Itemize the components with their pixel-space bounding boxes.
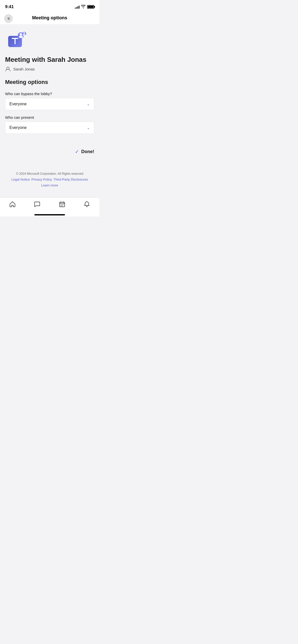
- home-indicator: [0, 213, 99, 216]
- svg-point-9: [23, 34, 26, 36]
- status-time: 9:41: [5, 4, 14, 9]
- done-section: ✓ Done!: [5, 139, 94, 162]
- privacy-policy-link[interactable]: Privacy Policy: [31, 178, 52, 181]
- svg-rect-15: [61, 206, 61, 206]
- status-icons: [75, 5, 94, 9]
- third-party-link[interactable]: Third-Party Disclosures: [53, 178, 88, 181]
- svg-rect-16: [62, 206, 63, 206]
- back-button[interactable]: [4, 14, 13, 23]
- bypass-lobby-chevron-icon: ⌄: [87, 102, 90, 106]
- svg-point-6: [19, 36, 23, 38]
- meeting-title: Meeting with Sarah Jonas: [5, 56, 94, 64]
- status-bar: 9:41: [0, 0, 99, 13]
- main-content: Meeting with Sarah Jonas Sarah Jonas Mee…: [0, 24, 99, 193]
- svg-rect-3: [15, 39, 16, 44]
- svg-rect-12: [61, 204, 61, 205]
- back-chevron-icon: [7, 17, 9, 20]
- done-check-icon: ✓: [75, 149, 79, 155]
- teams-logo: [5, 30, 94, 51]
- options-section-title: Meeting options: [5, 79, 94, 85]
- bell-icon: [84, 201, 90, 208]
- nav-header: Meeting options: [0, 13, 99, 24]
- svg-rect-13: [62, 204, 63, 205]
- done-label: Done!: [81, 149, 94, 154]
- person-icon: [5, 66, 11, 72]
- bypass-lobby-group: Who can bypass the lobby? Everyone ⌄: [5, 92, 94, 110]
- who-can-present-value: Everyone: [9, 125, 27, 130]
- nav-item-home[interactable]: [0, 201, 25, 208]
- home-icon: [9, 201, 16, 208]
- meeting-organizer: Sarah Jonas: [5, 66, 94, 72]
- organizer-name: Sarah Jonas: [13, 67, 35, 71]
- svg-rect-14: [63, 204, 64, 205]
- bypass-lobby-select[interactable]: Everyone ⌄: [5, 98, 94, 110]
- legal-notice-link[interactable]: Legal Notice: [11, 178, 30, 181]
- bottom-nav: [0, 198, 99, 213]
- wifi-icon: [81, 5, 86, 9]
- svg-point-8: [23, 32, 25, 34]
- who-can-present-label: Who can present: [5, 115, 94, 120]
- home-pill: [34, 214, 65, 215]
- battery-icon: [87, 5, 94, 9]
- nav-item-calendar[interactable]: [50, 201, 75, 208]
- signal-icon: [75, 5, 79, 9]
- svg-point-5: [20, 33, 22, 36]
- page-title: Meeting options: [32, 15, 67, 21]
- bypass-lobby-value: Everyone: [9, 102, 27, 106]
- learn-more-link[interactable]: Learn more: [41, 183, 58, 187]
- who-can-present-select[interactable]: Everyone ⌄: [5, 122, 94, 134]
- who-can-present-group: Who can present Everyone ⌄: [5, 115, 94, 134]
- calendar-icon: [59, 201, 65, 208]
- chat-icon: [34, 201, 40, 208]
- footer-copyright: © 2024 Microsoft Corporation. All Rights…: [10, 172, 89, 175]
- nav-item-notifications[interactable]: [75, 201, 100, 208]
- who-can-present-chevron-icon: ⌄: [87, 126, 90, 130]
- bypass-lobby-label: Who can bypass the lobby?: [5, 92, 94, 96]
- nav-item-chat[interactable]: [25, 201, 50, 208]
- done-button[interactable]: ✓ Done!: [75, 147, 94, 157]
- footer: © 2024 Microsoft Corporation. All Rights…: [5, 162, 94, 193]
- footer-links: Legal Notice Privacy Policy Third-Party …: [10, 178, 89, 181]
